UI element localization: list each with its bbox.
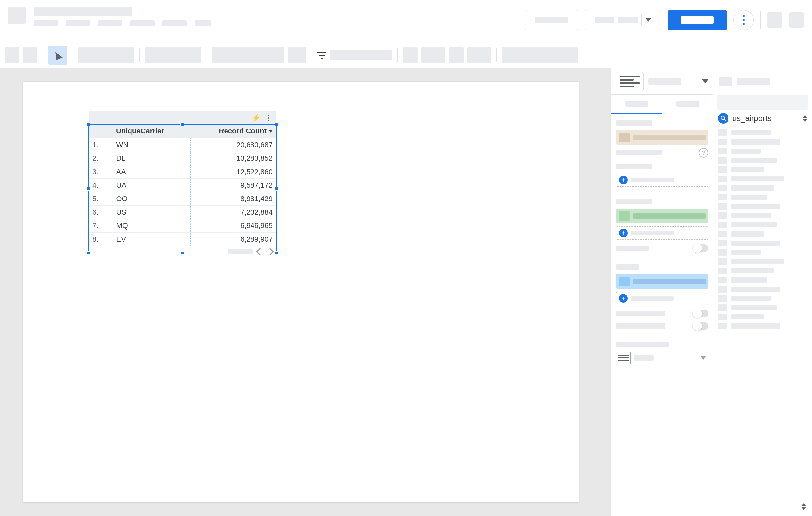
table-row[interactable]: 3.AA12,522,860 xyxy=(89,165,276,179)
toolbar-dropdown[interactable] xyxy=(502,47,578,63)
field-item[interactable] xyxy=(718,129,807,136)
field-item[interactable] xyxy=(718,176,807,182)
field-item[interactable] xyxy=(718,277,807,283)
vertical-dots-icon xyxy=(743,15,745,25)
field-item[interactable] xyxy=(718,139,807,145)
toolbar-dropdown[interactable] xyxy=(212,47,284,63)
pager-next-button[interactable] xyxy=(266,248,274,255)
header-button-a[interactable] xyxy=(525,10,578,30)
table-row[interactable]: 7.MQ6,946,965 xyxy=(89,219,276,233)
menu-item[interactable] xyxy=(195,20,211,26)
data-source-row[interactable]: us_airports xyxy=(714,110,812,127)
toolbar-button[interactable] xyxy=(449,47,464,63)
rows-per-page-selector[interactable] xyxy=(616,352,708,364)
field-item[interactable] xyxy=(718,313,807,320)
menu-item[interactable] xyxy=(33,20,58,26)
table-row[interactable]: 5.OO8,981,429 xyxy=(89,192,276,206)
field-item[interactable] xyxy=(718,258,807,265)
field-item[interactable] xyxy=(718,166,807,173)
field-item[interactable] xyxy=(718,231,807,237)
more-options-button[interactable] xyxy=(733,10,754,30)
header-primary-button[interactable] xyxy=(668,10,727,30)
tab-style[interactable] xyxy=(662,95,714,114)
add-dimension-button[interactable]: + xyxy=(616,226,708,240)
field-item[interactable] xyxy=(718,286,807,293)
chart-type-selector[interactable] xyxy=(616,72,644,91)
explore-button[interactable]: ⚡ xyxy=(250,113,261,123)
table-row[interactable]: 4.UA9,587,172 xyxy=(89,179,276,192)
menu-item[interactable] xyxy=(163,20,187,26)
field-type-icon xyxy=(718,268,727,274)
toolbar-button[interactable] xyxy=(467,47,491,63)
field-item[interactable] xyxy=(718,295,807,302)
field-name xyxy=(731,158,777,163)
field-item[interactable] xyxy=(718,148,807,154)
carrier-cell: EV xyxy=(113,233,190,246)
dimension-chip[interactable] xyxy=(616,209,708,223)
menu-item[interactable] xyxy=(130,20,154,26)
field-name xyxy=(731,241,780,246)
metric-chip[interactable] xyxy=(616,274,708,289)
field-item[interactable] xyxy=(718,185,807,191)
field-item[interactable] xyxy=(718,240,807,246)
sort-desc-icon xyxy=(268,130,272,133)
dimension-column-header[interactable]: UniqueCarrier xyxy=(113,124,190,139)
pager-prev-button[interactable] xyxy=(256,248,264,255)
toolbar-button[interactable] xyxy=(288,47,307,63)
field-type-icon xyxy=(718,231,727,237)
table-row[interactable]: 1.WN20,680,687 xyxy=(89,139,276,152)
menu-item[interactable] xyxy=(66,20,90,26)
table-row[interactable]: 6.US7,202,884 xyxy=(89,206,276,219)
field-item[interactable] xyxy=(718,221,807,228)
index-column-header[interactable] xyxy=(89,124,113,139)
chevron-down-icon[interactable] xyxy=(702,79,708,84)
help-icon[interactable]: ? xyxy=(699,148,708,158)
optional-metrics-label xyxy=(616,311,665,316)
data-panel-icon[interactable] xyxy=(719,77,732,86)
metric-column-header[interactable]: Record Count xyxy=(190,124,276,139)
app-logo[interactable] xyxy=(8,7,26,24)
report-page[interactable]: ⚡ UniqueCarrier Record Count 1.WN20,680,… xyxy=(23,82,579,502)
drilldown-toggle[interactable] xyxy=(693,244,708,252)
toolbar-dropdown[interactable] xyxy=(145,47,201,63)
data-table: UniqueCarrier Record Count 1.WN20,680,68… xyxy=(89,124,276,257)
toolbar-dropdown[interactable] xyxy=(78,47,134,63)
report-title[interactable] xyxy=(33,7,132,17)
table-chart-widget[interactable]: ⚡ UniqueCarrier Record Count 1.WN20,680,… xyxy=(89,111,276,257)
canvas[interactable]: ⚡ UniqueCarrier Record Count 1.WN20,680,… xyxy=(0,68,611,516)
field-item[interactable] xyxy=(718,268,807,274)
tab-setup[interactable] xyxy=(611,95,662,114)
expand-collapse-icon[interactable] xyxy=(803,115,807,122)
metric-sliders-toggle[interactable] xyxy=(693,322,708,330)
add-metric-button[interactable]: + xyxy=(616,292,708,305)
menu-item[interactable] xyxy=(98,20,122,26)
data-source-chip[interactable] xyxy=(616,130,708,145)
field-item[interactable] xyxy=(718,249,807,256)
add-dimension-button[interactable]: + xyxy=(616,174,708,187)
field-item[interactable] xyxy=(718,323,807,329)
table-row[interactable]: 8.EV6,289,907 xyxy=(89,233,276,246)
toolbar-button[interactable] xyxy=(403,47,417,63)
select-tool-button[interactable] xyxy=(48,46,67,65)
section-label xyxy=(616,264,639,270)
header-icon-button[interactable] xyxy=(767,12,782,28)
toolbar-button[interactable] xyxy=(23,47,37,63)
field-type-icon xyxy=(718,203,727,210)
plus-icon: + xyxy=(619,176,628,184)
scroll-nub-icon[interactable] xyxy=(802,503,806,510)
toolbar-button[interactable] xyxy=(422,47,445,63)
field-item[interactable] xyxy=(718,194,807,201)
optional-metrics-toggle[interactable] xyxy=(693,310,708,317)
field-item[interactable] xyxy=(718,212,807,219)
header-dropdown-button[interactable] xyxy=(585,10,661,30)
field-item[interactable] xyxy=(718,203,807,210)
table-row[interactable]: 2.DL13,283,852 xyxy=(89,152,276,165)
field-item[interactable] xyxy=(718,157,807,164)
config-tabs xyxy=(611,95,713,114)
toolbar-button[interactable] xyxy=(5,47,19,63)
field-item[interactable] xyxy=(718,304,807,311)
widget-more-button[interactable] xyxy=(263,113,274,123)
search-input[interactable] xyxy=(717,95,808,110)
account-avatar[interactable] xyxy=(789,12,804,28)
filter-control[interactable] xyxy=(317,50,392,60)
